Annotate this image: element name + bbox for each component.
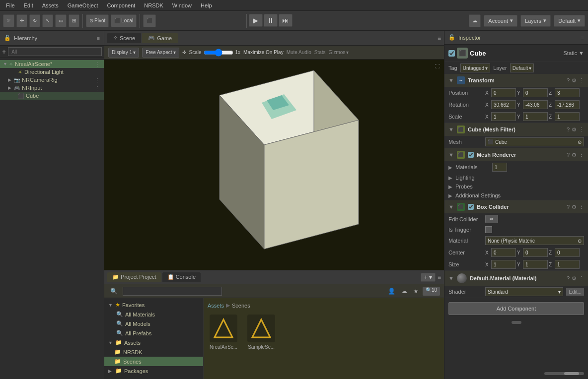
local-btn[interactable]: ⬛ Local [111,14,137,27]
mesh-renderer-header[interactable]: ▼ ⬛ Mesh Renderer ? ⚙ ⋮ [444,148,588,161]
scl-x-input[interactable]: 1 [491,112,516,121]
mesh-filter-menu-icon[interactable]: ⋮ [579,126,584,133]
shader-value[interactable]: Standard ▾ [485,287,563,296]
hier-item-input[interactable]: ▶ 🎮 NRInput ⋮ [0,84,104,92]
tab-scene[interactable]: ✧ Scene [107,33,141,43]
aspect-dropdown[interactable]: Free Aspect ▾ [142,48,179,58]
scene-menu-icon[interactable]: ≡ [438,35,441,42]
project-cloud-icon[interactable]: ☁ [399,287,409,296]
add-component-button[interactable]: Add Component [448,302,584,315]
hier-item-scene[interactable]: ▼ ✧ NrealAirScene* ⋮ [0,60,104,68]
sz-z-input[interactable]: 1 [555,260,580,269]
shader-edit-btn[interactable]: Edit... [566,288,584,296]
mesh-renderer-settings-icon[interactable]: ⚙ [572,152,577,158]
tab-console[interactable]: 📋 Console [162,272,201,282]
material-settings-icon[interactable]: ⚙ [572,275,577,282]
box-collider-help-icon[interactable]: ? [567,204,570,210]
layout-dropdown[interactable]: Default ▾ [554,15,585,27]
account-dropdown[interactable]: Account ▾ [484,15,517,27]
menu-assets[interactable]: Assets [38,1,63,9]
rot-z-input[interactable]: -17.286 [555,100,580,109]
search-icon-btn[interactable]: 🔍 [108,287,120,296]
transform-tool[interactable]: ⊞ [69,14,79,27]
mesh-select-icon[interactable]: ⊙ [578,139,582,145]
menu-file[interactable]: File [2,1,19,9]
assets-folder[interactable]: ▼ 📁 Assets [104,338,203,347]
hier-input-menu[interactable]: ⋮ [95,85,100,91]
breadcrumb-assets[interactable]: Assets [208,303,224,309]
menu-nrsdk[interactable]: NRSDK [140,1,167,9]
layers-dropdown[interactable]: Layers ▾ [520,15,551,27]
play-button[interactable]: ▶ [249,14,263,27]
project-add-btn[interactable]: + ▾ [421,273,436,282]
lighting-row[interactable]: ▶ Lighting [444,173,588,182]
mesh-value[interactable]: ⬛ Cube ⊙ [485,137,584,146]
gizmos-dropdown[interactable]: Gizmos ▾ [329,50,349,55]
menu-help[interactable]: Help [197,1,216,9]
inspector-lock-icon[interactable]: 🔓 [448,34,455,41]
services-btn[interactable]: ☁ [469,14,481,27]
asset-sample[interactable]: SampleSc... [245,313,277,352]
box-collider-settings-icon[interactable]: ⚙ [572,204,577,210]
pos-z-input[interactable]: 3 [555,88,580,97]
step-button[interactable]: ⏭ [279,14,293,27]
rect-tool[interactable]: ▭ [55,14,67,27]
is-trigger-checkbox[interactable] [485,226,492,233]
mesh-renderer-enabled[interactable] [468,152,474,158]
tab-game[interactable]: 🎮 Game [142,33,178,43]
asset-nrealair[interactable]: NrealAirSc... [208,313,239,352]
transform-menu-icon[interactable]: ⋮ [579,77,584,84]
hierarchy-menu-icon[interactable]: ≡ [97,35,100,41]
mesh-renderer-help-icon[interactable]: ? [567,152,570,158]
inspector-menu-icon[interactable]: ≡ [581,35,584,41]
pos-y-input[interactable]: 0 [523,88,548,97]
material-header[interactable]: ▼ Default-Material (Material) ? ⚙ ⋮ [444,271,588,286]
sz-y-input[interactable]: 1 [523,260,548,269]
layer-dropdown[interactable]: Default ▾ [510,63,534,72]
scl-z-input[interactable]: 1 [555,112,580,121]
scale-slider-input[interactable] [204,50,233,56]
tab-project[interactable]: 📁 Project Project [107,272,161,282]
mesh-renderer-menu-icon[interactable]: ⋮ [579,152,584,158]
project-menu-icon[interactable]: ≡ [438,274,441,281]
hierarchy-add-icon[interactable]: + [2,48,6,56]
material-menu-icon[interactable]: ⋮ [579,275,584,282]
hier-item-cube[interactable]: ⬛ Cube [0,92,104,100]
scene-viewport[interactable]: ⛶ [104,60,444,270]
scale-tool[interactable]: ⤡ [42,14,53,27]
mute-audio-btn[interactable]: Mute Audio [287,50,311,55]
hierarchy-lock-icon[interactable]: 🔓 [4,35,11,41]
mesh-filter-help-icon[interactable]: ? [567,126,570,133]
object-static-label[interactable]: Static ▼ [564,50,584,56]
ctr-y-input[interactable]: 0 [523,248,548,257]
display-dropdown[interactable]: Display 1 ▾ [108,48,139,58]
rot-x-input[interactable]: 30.662 [491,100,516,109]
maximize-viewport-icon[interactable]: ⛶ [435,63,440,69]
pause-button[interactable]: ⏸ [264,14,278,27]
collider-material-select-icon[interactable]: ⊙ [578,238,582,244]
stats-btn[interactable]: Stats [314,50,326,55]
transform-header[interactable]: ▼ ↔ Transform ? ⚙ ⋮ [444,74,588,87]
hier-item-camera[interactable]: ▶ 📷 NRCameraRig ⋮ [0,76,104,84]
project-person-icon[interactable]: 👤 [386,287,397,296]
move-tool[interactable]: ✛ [16,14,27,27]
transform-settings-icon[interactable]: ⚙ [572,77,577,84]
probes-row[interactable]: ▶ Probes [444,182,588,191]
ctr-x-input[interactable]: 0 [491,248,516,257]
mesh-filter-header[interactable]: ▼ ⬛ Cube (Mesh Filter) ? ⚙ ⋮ [444,123,588,136]
menu-edit[interactable]: Edit [20,1,37,9]
proj-scenes[interactable]: 📁 Scenes [104,357,203,366]
menu-component[interactable]: Component [103,1,139,9]
menu-window[interactable]: Window [168,1,196,9]
box-collider-menu-icon[interactable]: ⋮ [579,204,584,210]
rotate-tool[interactable]: ↻ [29,14,40,27]
hier-camera-menu[interactable]: ⋮ [95,77,100,83]
hier-item-light[interactable]: ☀ Directional Light [0,68,104,76]
project-search-input[interactable] [123,287,222,296]
tag-dropdown[interactable]: Untagged ▾ [460,63,490,72]
proj-all-models[interactable]: 🔍 All Models [104,319,203,328]
project-star-icon[interactable]: ★ [411,287,421,296]
favorites-folder[interactable]: ▼ ★ Favorites [104,300,203,310]
box-collider-header[interactable]: ▼ ⬛ Box Collider ? ⚙ ⋮ [444,200,588,213]
hand-tool[interactable]: ☞ [3,14,14,27]
